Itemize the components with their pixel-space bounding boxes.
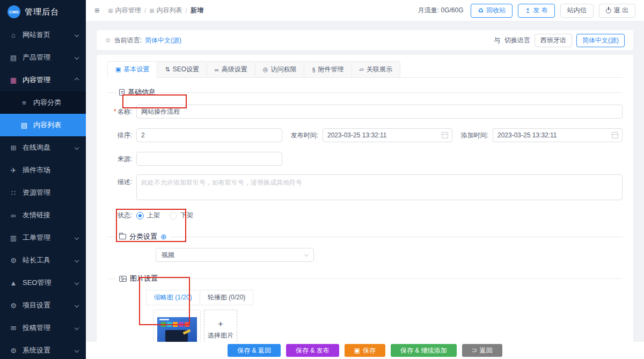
sidebar-item-SEO管理[interactable]: ▲SEO管理 xyxy=(0,272,86,294)
power-icon xyxy=(606,8,611,13)
work-order-icon: ▥ xyxy=(9,234,18,242)
content-icon: ▦ xyxy=(9,76,18,84)
sidebar-item-网站首页[interactable]: ⌂网站首页 xyxy=(0,24,86,46)
tab-label: 关联展示 xyxy=(367,65,392,74)
image-tab-缩略图 (1/20)[interactable]: 缩略图 (1/20) xyxy=(146,290,200,305)
collapse-menu-icon[interactable]: ≡ xyxy=(94,6,99,16)
save-and-publish-button[interactable]: 保存 & 发布 xyxy=(286,344,339,357)
tab-icon: ▱ xyxy=(360,66,364,73)
language-bar: ☆ 当前语言: 简体中文(源) 与 切换语言 西班牙语简体中文(源) xyxy=(97,30,633,50)
sidebar-item-工单管理[interactable]: ▥工单管理 xyxy=(0,226,86,249)
sidebar-item-项目设置[interactable]: ⚙项目设置 xyxy=(0,294,86,317)
sidebar-item-label: 网站首页 xyxy=(23,30,50,40)
sidebar-item-产品管理[interactable]: ▤产品管理 xyxy=(0,46,86,69)
current-language-link[interactable]: 简体中文(源) xyxy=(145,36,181,45)
tab-icon: ∞ xyxy=(215,67,219,73)
tab-基本设置[interactable]: ▣基本设置 xyxy=(107,61,157,78)
language-option-简体中文(源)[interactable]: 简体中文(源) xyxy=(576,34,625,47)
choose-image-label: 选择图片 xyxy=(208,331,233,340)
resource-icon: ∷ xyxy=(9,189,18,197)
sidebar-item-label: 内容管理 xyxy=(23,75,50,85)
recycle-bin-button[interactable]: ♻ 回收站 xyxy=(471,4,513,18)
category-select-value: 视频 xyxy=(162,251,174,260)
breadcrumb-item-内容管理[interactable]: ▦内容管理 xyxy=(108,6,141,15)
calendar-icon[interactable] xyxy=(612,132,618,138)
sidebar-item-投稿管理[interactable]: ✉投稿管理 xyxy=(0,317,86,339)
sidebar-item-内容列表[interactable]: ▤内容列表 xyxy=(0,114,86,136)
image-tab-轮播图 (0/20)[interactable]: 轮播图 (0/20) xyxy=(200,290,254,305)
home-icon: ⌂ xyxy=(9,31,18,39)
source-field-row: 来源: xyxy=(107,152,623,166)
chevron-down-icon xyxy=(304,252,309,256)
plus-icon: + xyxy=(218,319,223,329)
sidebar-item-插件市场[interactable]: ✈插件市场 xyxy=(0,159,86,181)
publish-time-input[interactable] xyxy=(323,128,452,142)
sidebar-item-内容分类[interactable]: ≡内容分类 xyxy=(0,91,86,114)
sidebar-item-在线询盘[interactable]: ⊞在线询盘 xyxy=(0,136,86,159)
source-label: 来源: xyxy=(107,155,132,164)
sort-input[interactable] xyxy=(136,128,282,142)
tab-label: 附件管理 xyxy=(318,65,344,74)
sidebar-item-label: 在线询盘 xyxy=(23,143,50,152)
tab-关联展示[interactable]: ▱关联展示 xyxy=(352,61,400,78)
source-input[interactable] xyxy=(136,152,282,166)
tab-label: 基本设置 xyxy=(123,65,149,74)
sidebar-item-内容管理[interactable]: ▦内容管理 xyxy=(0,69,86,91)
sidebar-item-label: 产品管理 xyxy=(23,53,50,62)
breadcrumb: ▦内容管理/▦内容列表/新增 xyxy=(108,6,203,15)
save-and-continue-button[interactable]: 保存 & 继续添加 xyxy=(391,344,457,357)
chevron-down-icon xyxy=(75,145,79,150)
sort-label: 排序: xyxy=(107,131,132,140)
breadcrumb-label: 内容管理 xyxy=(115,6,141,15)
tab-label: 高级设置 xyxy=(222,65,247,74)
save-button[interactable]: ▣保存 xyxy=(345,344,385,357)
time-fields-row: 排序: 发布时间: 添加时间: xyxy=(107,128,623,142)
calendar-icon[interactable] xyxy=(442,132,448,138)
tab-SEO设置[interactable]: ⇅SEO设置 xyxy=(157,61,207,78)
status-radio-上架[interactable]: 上架 xyxy=(136,211,160,220)
sidebar-item-资源管理[interactable]: ∷资源管理 xyxy=(0,181,86,204)
save-and-return-button[interactable]: 保存 & 返回 xyxy=(228,344,281,357)
project-settings-icon: ⚙ xyxy=(9,302,18,310)
breadcrumb-icon: ▦ xyxy=(108,8,113,13)
translate-icon: 与 xyxy=(494,36,500,45)
tab-高级设置[interactable]: ∞高级设置 xyxy=(207,61,255,78)
site-message-button[interactable]: 站内信 xyxy=(560,4,594,18)
sidebar-menu: ⌂网站首页▤产品管理▦内容管理≡内容分类▤内容列表⊞在线询盘✈插件市场∷资源管理… xyxy=(0,24,86,359)
logout-button[interactable]: 退 出 xyxy=(599,4,635,18)
sidebar-item-label: 内容分类 xyxy=(33,98,61,107)
tab-icon: ▣ xyxy=(115,66,121,73)
return-button[interactable]: ⊃返回 xyxy=(462,344,502,357)
sidebar-item-友情链接[interactable]: ∞友情链接 xyxy=(0,204,86,226)
publish-button[interactable]: ↥ 发 布 xyxy=(518,4,554,18)
topbar: ≡ ▦内容管理/▦内容列表/新增 月流量: 0G/60G ♻ 回收站 ↥ 发 布… xyxy=(86,0,644,21)
tab-icon: ◎ xyxy=(263,66,268,73)
description-textarea[interactable] xyxy=(136,174,623,200)
tab-访问权限[interactable]: ◎访问权限 xyxy=(255,61,305,78)
section-basic-info: 基础信息 xyxy=(107,87,623,97)
language-switcher: 与 切换语言 西班牙语简体中文(源) xyxy=(494,34,625,47)
chevron-down-icon xyxy=(75,236,79,240)
language-option-西班牙语[interactable]: 西班牙语 xyxy=(535,34,572,47)
add-time-input[interactable] xyxy=(493,128,623,142)
sidebar: CMS 管理后台 ⌂网站首页▤产品管理▦内容管理≡内容分类▤内容列表⊞在线询盘✈… xyxy=(0,0,86,359)
breadcrumb-label: 内容列表 xyxy=(157,6,182,15)
sidebar-item-站长工具[interactable]: ⚙站长工具 xyxy=(0,249,86,272)
publish-icon: ↥ xyxy=(525,7,530,14)
switch-language-label: 切换语言 xyxy=(504,36,530,45)
name-label: *名称: xyxy=(107,107,132,116)
footer-action-bar: 保存 & 返回保存 & 发布▣保存保存 & 继续添加⊃返回 xyxy=(86,342,644,359)
add-category-icon[interactable]: ⊕ xyxy=(160,232,167,241)
name-input[interactable] xyxy=(136,105,623,119)
breadcrumb-item-内容列表[interactable]: ▦内容列表 xyxy=(149,6,182,15)
status-radio-下架[interactable]: 下架 xyxy=(170,211,193,220)
category-select[interactable]: 视频 xyxy=(156,248,314,262)
app-root: CMS 管理后台 ⌂网站首页▤产品管理▦内容管理≡内容分类▤内容列表⊞在线询盘✈… xyxy=(0,0,644,359)
chevron-down-icon xyxy=(75,303,79,307)
topbar-actions: 月流量: 0G/60G ♻ 回收站 ↥ 发 布 站内信 退 出 xyxy=(418,4,635,18)
tab-label: 访问权限 xyxy=(270,65,296,74)
sidebar-item-系统设置[interactable]: ⚙系统设置 xyxy=(0,339,86,359)
sidebar-item-label: 内容列表 xyxy=(33,120,61,130)
tab-附件管理[interactable]: §附件管理 xyxy=(304,61,352,78)
breadcrumb-label: 新增 xyxy=(191,6,203,15)
